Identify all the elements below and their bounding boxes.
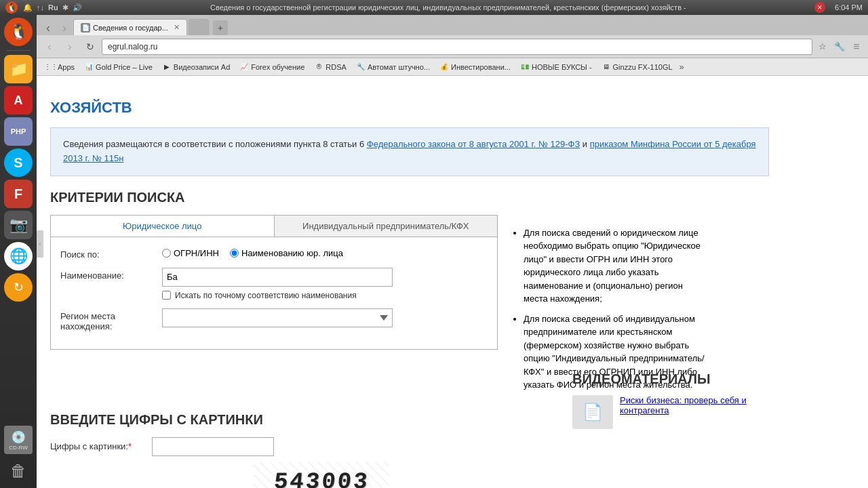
new-tab-button[interactable]: + bbox=[213, 20, 228, 35]
captcha-input[interactable] bbox=[152, 437, 274, 456]
ubuntu-menu-icon[interactable]: 🐧 bbox=[5, 1, 18, 14]
bookmark-videozapisi[interactable]: ▶ Видеозаписи Ad bbox=[158, 61, 234, 73]
bookmark-buksy[interactable]: 💵 НОВЫЕ БУКСЫ - bbox=[516, 61, 596, 73]
video-item-1-title: Риски бизнеса: проверь себя и контрагент… bbox=[620, 395, 769, 415]
region-label: Регион места нахождения: bbox=[60, 308, 155, 331]
page-title: ХОЗЯЙСТВ bbox=[50, 99, 769, 117]
active-tab-close[interactable]: ✕ bbox=[174, 23, 180, 32]
radio-name[interactable] bbox=[230, 249, 239, 258]
captcha-input-row: Цифры с картинки:* bbox=[50, 437, 769, 456]
browser-chrome: ‹ › 📄 Сведения о государ... ✕ + ‹ › ↻ ☆ … bbox=[37, 15, 868, 76]
files-dock-icon[interactable]: 📁 bbox=[4, 55, 33, 83]
bookmarks-more[interactable]: » bbox=[679, 62, 684, 72]
bookmark-rdsa[interactable]: ® RDSA bbox=[310, 61, 351, 73]
region-select-wrapper bbox=[162, 308, 393, 327]
radio-name-label[interactable]: Наименованию юр. лица bbox=[230, 248, 343, 258]
help-item-1: Для поиска сведений о юридическом лице н… bbox=[524, 226, 708, 306]
apps-bookmark-favicon: ⋮⋮ bbox=[46, 62, 56, 72]
skype-dock-icon[interactable]: S bbox=[4, 148, 33, 177]
ginzzu-favicon: 🖥 bbox=[601, 62, 611, 72]
back-tab-btn[interactable]: ‹ bbox=[41, 20, 56, 35]
region-controls bbox=[162, 308, 488, 327]
bookmark-ginzzu[interactable]: 🖥 Ginzzu FX-110GL bbox=[597, 61, 677, 73]
ubuntu-dock-icon[interactable]: 🐧 bbox=[4, 18, 33, 46]
name-row: Наименование: Искать по точному соответс… bbox=[60, 268, 488, 300]
tab-individual[interactable]: Индивидуальный предприниматель/КФХ bbox=[275, 216, 498, 237]
captcha-label-text: Цифры с картинки: bbox=[50, 441, 128, 451]
radio-ogrn-label[interactable]: ОГРН/ИНН bbox=[162, 248, 219, 258]
php-dock-icon[interactable]: PHP bbox=[4, 117, 33, 146]
title-bar-controls: ✕ 6:04 PM bbox=[814, 2, 863, 13]
bookmark-apps[interactable]: ⋮⋮ Apps bbox=[42, 61, 79, 73]
trash-dock-icon[interactable]: 🗑 bbox=[4, 457, 33, 485]
gold-price-favicon: 📊 bbox=[84, 62, 94, 72]
name-controls: Искать по точному соответствию наименова… bbox=[162, 268, 488, 300]
taskbar-upload-icon: ↑↓ bbox=[37, 3, 44, 12]
radio-ogrn[interactable] bbox=[162, 249, 171, 258]
cdrw-dock-icon[interactable]: 💿 CD-RW bbox=[4, 426, 33, 454]
federal-law-link[interactable]: Федерального закона от 8 августа 2001 г.… bbox=[367, 139, 580, 149]
active-tab-label: Сведения о государ... bbox=[93, 24, 168, 32]
ginzzu-label: Ginzzu FX-110GL bbox=[613, 63, 673, 71]
apps-bookmark-label: Apps bbox=[58, 63, 75, 71]
exact-match-row: Искать по точному соответствию наименова… bbox=[162, 291, 488, 300]
search-by-controls: ОГРН/ИНН Наименованию юр. лица bbox=[162, 247, 488, 258]
video-section-title: ВИДЕОМАТЕРИАЛЫ bbox=[572, 371, 769, 387]
radio-ogrn-text: ОГРН/ИНН bbox=[174, 248, 219, 258]
tab-juridical[interactable]: Юридическое лицо bbox=[51, 216, 275, 237]
captcha-text-display: 543003 bbox=[273, 469, 370, 488]
captcha-image: 543003 bbox=[254, 462, 389, 488]
exact-match-checkbox[interactable] bbox=[162, 291, 171, 300]
buksy-label: НОВЫЕ БУКСЫ - bbox=[532, 63, 592, 71]
search-help-panel: Для поиска сведений о юридическом лице н… bbox=[511, 190, 708, 399]
active-tab[interactable]: 📄 Сведения о государ... ✕ bbox=[73, 19, 187, 35]
bookmarks-bar: ⋮⋮ Apps 📊 Gold Price – Live ▶ Видеозапис… bbox=[37, 58, 868, 76]
video-item-1: 📄 Риски бизнеса: проверь себя и контраге… bbox=[572, 395, 769, 429]
font-dock-icon[interactable]: A bbox=[4, 86, 33, 115]
video-thumb-icon: 📄 bbox=[583, 403, 603, 422]
region-select[interactable] bbox=[162, 308, 393, 327]
bookmark-invest[interactable]: 💰 Инвестировани... bbox=[435, 61, 515, 73]
gold-price-label: Gold Price – Live bbox=[96, 63, 153, 71]
chrome-dock-icon[interactable]: 🌐 bbox=[4, 242, 33, 270]
address-bar[interactable] bbox=[102, 39, 812, 55]
bookmark-avtomat[interactable]: 🔧 Автомат штучно... bbox=[352, 61, 434, 73]
videozapisi-label: Видеозаписи Ad bbox=[174, 63, 230, 71]
info-text-middle: и bbox=[580, 139, 590, 149]
camera-dock-icon[interactable]: 📷 bbox=[4, 211, 33, 239]
filezilla-dock-icon[interactable]: F bbox=[4, 180, 33, 208]
form-tabs: Юридическое лицо Индивидуальный предприн… bbox=[50, 215, 498, 237]
back-button[interactable]: ‹ bbox=[41, 38, 58, 56]
captcha-required: * bbox=[128, 441, 132, 451]
avtomat-favicon: 🔧 bbox=[356, 62, 366, 72]
avtomat-label: Автомат штучно... bbox=[368, 63, 430, 71]
browser-content: ХОЗЯЙСТВ Сведения размещаются в соответс… bbox=[37, 92, 868, 488]
chrome-menu-icon[interactable]: ≡ bbox=[849, 39, 864, 54]
page-content: ХОЗЯЙСТВ Сведения размещаются в соответс… bbox=[37, 92, 783, 488]
update-dock-icon[interactable]: ↻ bbox=[4, 273, 33, 302]
dock: 🐧 📁 A PHP S F 📷 🌐 ↻ 💿 CD-RW 🗑 bbox=[0, 15, 37, 488]
name-input[interactable] bbox=[162, 268, 393, 287]
collapse-sidebar-arrow[interactable]: ‹ bbox=[37, 230, 43, 258]
bookmark-forex[interactable]: 📈 Forex обучение bbox=[235, 61, 309, 73]
inactive-tab[interactable] bbox=[189, 19, 209, 35]
toolbar: ‹ › ↻ ☆ 🔧 ≡ bbox=[37, 35, 868, 58]
forward-tab-btn[interactable]: › bbox=[57, 20, 72, 35]
refresh-button[interactable]: ↻ bbox=[81, 38, 99, 56]
search-section-title: КРИТЕРИИ ПОИСКА bbox=[50, 190, 498, 205]
close-button[interactable]: ✕ bbox=[814, 2, 825, 13]
taskbar-ru-icon: Ru bbox=[48, 3, 58, 12]
bookmark-gold-price[interactable]: 📊 Gold Price – Live bbox=[80, 61, 157, 73]
search-by-row: Поиск по: ОГРН/ИНН Наименованию юр. лица bbox=[60, 247, 488, 260]
captcha-image-row: 543003 bbox=[50, 462, 769, 488]
system-time: 6:04 PM bbox=[835, 3, 863, 12]
wrench-icon[interactable]: 🔧 bbox=[832, 39, 847, 54]
bookmark-star-icon[interactable]: ☆ bbox=[815, 39, 830, 54]
forex-favicon: 📈 bbox=[239, 62, 249, 72]
forward-button[interactable]: › bbox=[61, 38, 79, 56]
video-link-1[interactable]: Риски бизнеса: проверь себя и контрагент… bbox=[620, 395, 747, 415]
title-bar: 🐧 🔔 ↑↓ Ru ✱ 🔊 Сведения о государственной… bbox=[0, 0, 868, 15]
region-row: Регион места нахождения: bbox=[60, 308, 488, 331]
forex-label: Forex обучение bbox=[251, 63, 304, 71]
info-text-before: Сведения размещаются в соответствии с по… bbox=[63, 139, 367, 149]
